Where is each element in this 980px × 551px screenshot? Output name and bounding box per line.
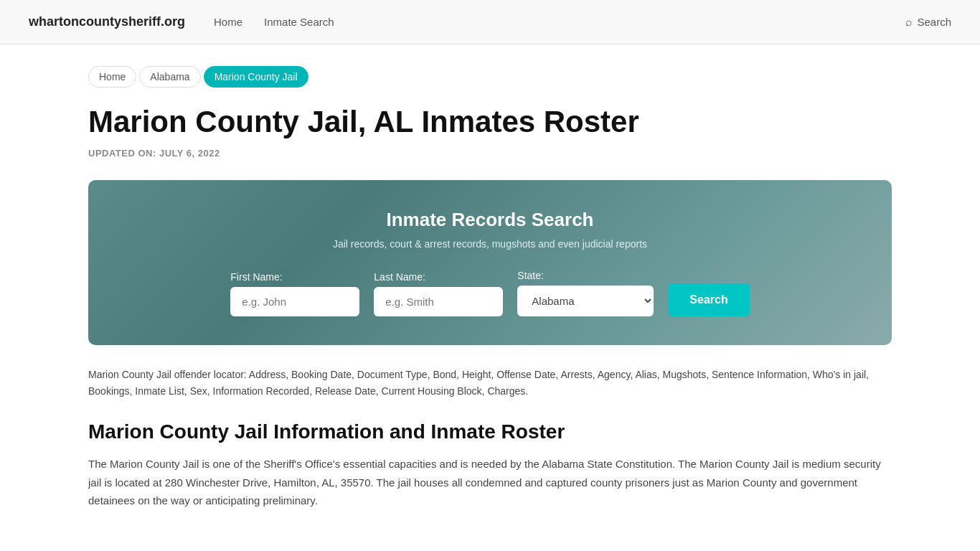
search-form: First Name: Last Name: State: Alabama Al… xyxy=(131,270,849,316)
first-name-group: First Name: xyxy=(230,271,359,316)
header: whartoncountysheriff.org Home Inmate Sea… xyxy=(0,0,980,44)
breadcrumb: Home Alabama Marion County Jail xyxy=(88,66,892,88)
nav-inmate-search[interactable]: Inmate Search xyxy=(264,16,334,28)
search-box-title: Inmate Records Search xyxy=(131,209,849,231)
first-name-label: First Name: xyxy=(230,271,359,283)
info-section-title: Marion County Jail Information and Inmat… xyxy=(88,420,892,443)
header-search-label: Search xyxy=(917,16,951,28)
last-name-group: Last Name: xyxy=(374,271,503,316)
info-section-body: The Marion County Jail is one of the She… xyxy=(88,455,892,510)
breadcrumb-marion-county-jail[interactable]: Marion County Jail xyxy=(204,66,308,88)
search-button[interactable]: Search xyxy=(668,283,749,316)
state-group: State: Alabama Alaska Arizona Arkansas C… xyxy=(517,270,654,316)
breadcrumb-alabama[interactable]: Alabama xyxy=(139,66,200,88)
last-name-label: Last Name: xyxy=(374,271,503,283)
state-select[interactable]: Alabama Alaska Arizona Arkansas Californ… xyxy=(517,286,654,316)
description-text: Marion County Jail offender locator: Add… xyxy=(88,367,892,399)
inmate-search-box: Inmate Records Search Jail records, cour… xyxy=(88,180,892,345)
state-label: State: xyxy=(517,270,654,281)
page-title: Marion County Jail, AL Inmates Roster xyxy=(88,105,892,139)
search-icon: ⌕ xyxy=(905,16,913,29)
breadcrumb-home[interactable]: Home xyxy=(88,66,136,88)
site-logo[interactable]: whartoncountysheriff.org xyxy=(29,14,185,29)
first-name-input[interactable] xyxy=(230,287,359,316)
header-search-button[interactable]: ⌕ Search xyxy=(905,16,951,29)
updated-date: UPDATED ON: JULY 6, 2022 xyxy=(88,148,892,159)
main-content: Home Alabama Marion County Jail Marion C… xyxy=(60,44,920,551)
last-name-input[interactable] xyxy=(374,287,503,316)
main-nav: Home Inmate Search xyxy=(214,16,905,28)
nav-home[interactable]: Home xyxy=(214,16,242,28)
search-box-subtitle: Jail records, court & arrest records, mu… xyxy=(131,238,849,250)
